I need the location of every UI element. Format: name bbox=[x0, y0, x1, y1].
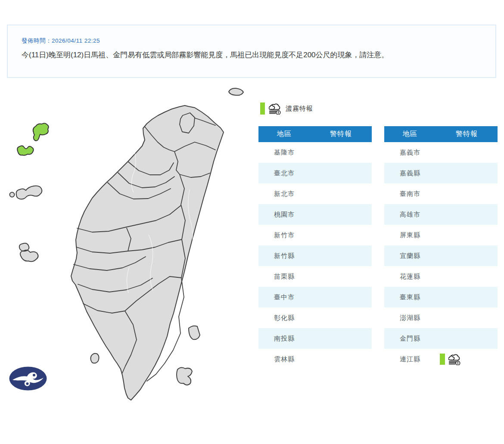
region-cell: 彰化縣 bbox=[258, 314, 310, 322]
taiwan-map bbox=[0, 82, 258, 416]
region-cell: 臺東縣 bbox=[384, 293, 436, 301]
region-cell: 新竹市 bbox=[258, 231, 310, 239]
table-row: 嘉義市 bbox=[384, 142, 498, 163]
region-cell: 嘉義市 bbox=[384, 149, 436, 157]
region-cell: 臺南市 bbox=[384, 190, 436, 198]
region-cell: 澎湖縣 bbox=[384, 314, 436, 322]
region-cell: 基隆市 bbox=[258, 149, 310, 157]
table-row: 高雄市 bbox=[384, 204, 498, 225]
warning-table-left-body: 基隆市臺北市新北市桃園市新竹市新竹縣苗栗縣臺中市彰化縣南投縣雲林縣 bbox=[258, 142, 372, 369]
advisory-box: 發佈時間：2026/04/11 22:25 今(11日)晚至明(12)日馬祖、金… bbox=[7, 25, 496, 78]
region-cell: 新北市 bbox=[258, 190, 310, 198]
region-cell: 臺中市 bbox=[258, 293, 310, 301]
penghu-islands bbox=[19, 243, 38, 262]
warning-cell bbox=[436, 353, 498, 365]
table-row: 屏東縣 bbox=[384, 225, 498, 245]
legend-color-bar bbox=[260, 102, 265, 115]
legend-label: 濃霧特報 bbox=[286, 105, 313, 113]
fog-warning-icon[interactable] bbox=[448, 353, 461, 365]
region-cell: 臺北市 bbox=[258, 169, 310, 177]
table-row: 彰化縣 bbox=[258, 307, 372, 328]
warning-table-right: 地區 警特報 嘉義市嘉義縣臺南市高雄市屏東縣宜蘭縣花蓮縣臺東縣澎湖縣金門縣連江縣 bbox=[384, 126, 498, 369]
table-row: 宜蘭縣 bbox=[384, 245, 498, 266]
table-row: 基隆市 bbox=[258, 142, 372, 163]
table-row: 新竹市 bbox=[258, 225, 372, 245]
table-row: 臺中市 bbox=[258, 287, 372, 307]
warning-column-header: 警特報 bbox=[436, 130, 498, 139]
region-cell: 南投縣 bbox=[258, 335, 310, 343]
fog-warning-icon bbox=[269, 102, 282, 115]
matsu-south-island[interactable] bbox=[17, 146, 33, 155]
warning-table-left: 地區 警特報 基隆市臺北市新北市桃園市新竹市新竹縣苗栗縣臺中市彰化縣南投縣雲林縣 bbox=[258, 126, 372, 369]
table-row: 新竹縣 bbox=[258, 245, 372, 266]
region-cell: 嘉義縣 bbox=[384, 169, 436, 177]
region-cell: 苗栗縣 bbox=[258, 273, 310, 281]
table-row: 花蓮縣 bbox=[384, 266, 498, 287]
table-row: 雲林縣 bbox=[258, 349, 372, 369]
table-row: 新北市 bbox=[258, 183, 372, 204]
region-cell: 新竹縣 bbox=[258, 252, 310, 260]
table-header: 地區 警特報 bbox=[384, 126, 498, 142]
region-column-header: 地區 bbox=[384, 130, 436, 139]
issued-time: 發佈時間：2026/04/11 22:25 bbox=[22, 37, 100, 45]
table-row: 臺北市 bbox=[258, 163, 372, 183]
region-cell: 金門縣 bbox=[384, 335, 436, 343]
table-header: 地區 警特報 bbox=[258, 126, 372, 142]
warning-column-header: 警特報 bbox=[310, 130, 372, 139]
region-cell: 高雄市 bbox=[384, 211, 436, 219]
kinmen-island bbox=[16, 186, 42, 199]
region-cell: 連江縣 bbox=[384, 355, 436, 363]
fog-advisory-legend: 濃霧特報 bbox=[260, 102, 313, 115]
region-cell: 桃園市 bbox=[258, 211, 310, 219]
table-row: 桃園市 bbox=[258, 204, 372, 225]
table-row: 臺南市 bbox=[384, 183, 498, 204]
table-row: 連江縣 bbox=[384, 349, 498, 369]
region-cell: 宜蘭縣 bbox=[384, 252, 436, 260]
green-island bbox=[189, 326, 200, 340]
cwa-cloud-logo bbox=[9, 366, 47, 391]
table-row: 南投縣 bbox=[258, 328, 372, 349]
region-cell: 雲林縣 bbox=[258, 355, 310, 363]
table-row: 苗栗縣 bbox=[258, 266, 372, 287]
table-row: 嘉義縣 bbox=[384, 163, 498, 183]
orchid-island bbox=[177, 367, 192, 385]
region-cell: 屏東縣 bbox=[384, 231, 436, 239]
region-cell: 花蓮縣 bbox=[384, 273, 436, 281]
liuqiu-island bbox=[90, 354, 99, 363]
matsu-north-island[interactable] bbox=[33, 123, 49, 141]
advisory-message: 今(11日)晚至明(12)日馬祖、金門易有低雲或局部霧影響能見度，馬祖已出現能見… bbox=[22, 50, 482, 60]
table-row: 金門縣 bbox=[384, 328, 498, 349]
pengjia-islet bbox=[229, 88, 243, 95]
warning-color-bar bbox=[440, 354, 445, 365]
table-row: 澎湖縣 bbox=[384, 307, 498, 328]
region-column-header: 地區 bbox=[258, 130, 310, 139]
kinmen-islet bbox=[10, 193, 15, 197]
table-row: 臺東縣 bbox=[384, 287, 498, 307]
warning-table-right-body: 嘉義市嘉義縣臺南市高雄市屏東縣宜蘭縣花蓮縣臺東縣澎湖縣金門縣連江縣 bbox=[384, 142, 498, 369]
